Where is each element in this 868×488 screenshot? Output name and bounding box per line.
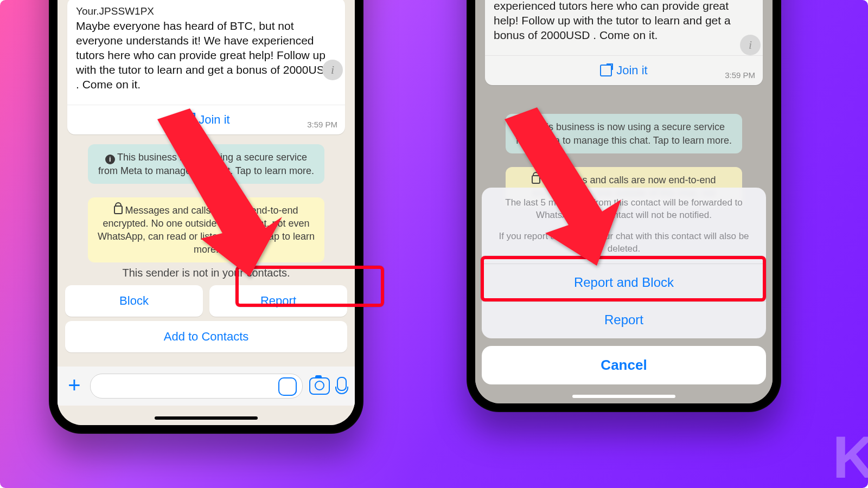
incoming-message-bubble[interactable]: Your.JPSSW1PX Maybe everyone has heard o… bbox=[67, 0, 345, 134]
block-button[interactable]: Block bbox=[65, 285, 203, 317]
system-e2e-text: Messages and calls are now end-to-end en… bbox=[98, 205, 315, 255]
message-timestamp: 3:59 PM bbox=[307, 120, 337, 129]
add-contact-row: Add to Contacts bbox=[65, 321, 347, 352]
highlight-box-report-block bbox=[481, 256, 766, 301]
watermark: K bbox=[833, 422, 868, 488]
stage: Your.JPSSW1PX Maybe everyone has heard o… bbox=[0, 0, 868, 488]
info-icon[interactable]: i bbox=[322, 60, 343, 80]
report-only-label: Report bbox=[604, 312, 643, 327]
mic-icon[interactable] bbox=[336, 377, 347, 395]
system-secure-notice[interactable]: iThis business is now using a secure ser… bbox=[88, 144, 324, 184]
cancel-button[interactable]: Cancel bbox=[482, 346, 766, 384]
highlight-box-report bbox=[235, 266, 384, 307]
message-body: Maybe everyone has heard of BTC, but not… bbox=[76, 18, 336, 92]
lock-icon bbox=[114, 206, 123, 214]
home-indicator bbox=[155, 416, 258, 420]
home-indicator bbox=[572, 395, 675, 398]
report-only-button[interactable]: Report bbox=[482, 301, 766, 338]
composer-bar: + bbox=[58, 367, 355, 406]
info-small-icon: i bbox=[105, 155, 115, 164]
external-link-icon bbox=[182, 114, 194, 126]
camera-icon[interactable] bbox=[309, 377, 330, 395]
add-to-contacts-button[interactable]: Add to Contacts bbox=[65, 321, 347, 352]
join-link-label: Join it bbox=[199, 113, 229, 127]
screen-right: but not everyone understands it! We have… bbox=[475, 0, 773, 403]
add-to-contacts-label: Add to Contacts bbox=[164, 330, 249, 343]
cancel-label: Cancel bbox=[601, 357, 647, 373]
phone-right: but not everyone understands it! We have… bbox=[467, 0, 781, 412]
system-secure-text: This business is now using a secure serv… bbox=[98, 152, 314, 176]
attach-button[interactable]: + bbox=[65, 377, 84, 395]
message-input[interactable] bbox=[90, 374, 303, 399]
join-link-row[interactable]: Join it bbox=[67, 105, 345, 134]
system-e2e-notice[interactable]: Messages and calls are now end-to-end en… bbox=[88, 197, 324, 262]
sticker-icon[interactable] bbox=[278, 377, 297, 396]
message-code-line: Your.JPSSW1PX bbox=[76, 5, 336, 17]
screen-left: Your.JPSSW1PX Maybe everyone has heard o… bbox=[58, 0, 355, 425]
block-label: Block bbox=[119, 294, 149, 307]
sheet-message-1: The last 5 messages from this contact wi… bbox=[482, 188, 766, 230]
phone-left: Your.JPSSW1PX Maybe everyone has heard o… bbox=[49, 0, 363, 434]
